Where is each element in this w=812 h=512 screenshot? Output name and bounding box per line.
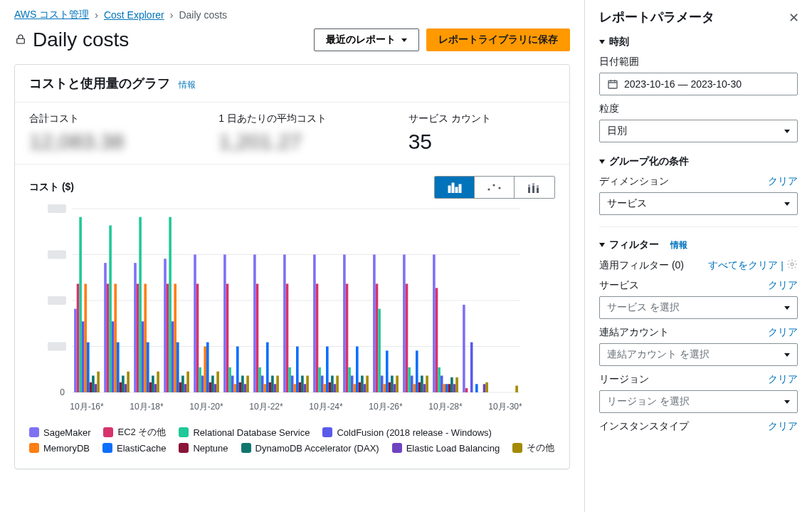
date-range-input[interactable]: 2023-10-16 — 2023-10-30 xyxy=(599,73,798,95)
cost-bar-chart: 010月-16*10月-18*10月-20*10月-22*10月-24*10月-… xyxy=(29,204,527,418)
granularity-select[interactable]: 日別 xyxy=(599,120,798,142)
clear-all-filters-link[interactable]: すべてをクリア xyxy=(708,259,778,272)
svg-rect-90 xyxy=(269,382,272,392)
card-info-link[interactable]: 情報 xyxy=(179,79,196,91)
legend-item[interactable]: ElastiCache xyxy=(102,442,166,454)
svg-rect-153 xyxy=(455,377,458,392)
chevron-down-icon xyxy=(784,400,790,404)
svg-rect-21 xyxy=(48,343,66,351)
chevron-down-icon xyxy=(784,202,790,206)
svg-point-7 xyxy=(498,187,500,189)
svg-rect-98 xyxy=(293,384,296,392)
dimension-clear-link[interactable]: クリア xyxy=(768,175,798,188)
svg-text:10月-24*: 10月-24* xyxy=(309,402,343,412)
section-groupby-header[interactable]: グループ化の条件 xyxy=(599,155,798,168)
svg-rect-143 xyxy=(426,376,428,393)
svg-rect-159 xyxy=(485,382,488,392)
svg-rect-40 xyxy=(120,382,122,392)
svg-rect-108 xyxy=(323,384,326,392)
svg-rect-114 xyxy=(343,255,346,393)
legend-item[interactable]: SageMaker xyxy=(29,426,90,439)
svg-rect-57 xyxy=(172,321,174,392)
lock-icon xyxy=(14,33,27,48)
svg-rect-158 xyxy=(483,384,486,392)
legend-item[interactable]: Relational Database Service xyxy=(179,426,310,439)
filter-account-clear-link[interactable]: クリア xyxy=(768,326,798,339)
filter-region-select[interactable]: リージョン を選択 xyxy=(599,390,798,413)
svg-rect-169 xyxy=(608,80,617,88)
legend-item[interactable]: Neptune xyxy=(179,442,228,454)
svg-rect-83 xyxy=(246,376,249,393)
svg-rect-91 xyxy=(271,376,274,393)
svg-rect-15 xyxy=(48,204,66,213)
svg-rect-82 xyxy=(244,384,247,392)
filter-instance-label: インスタンスタイプ xyxy=(599,420,689,433)
metric-avg-value: 1,201.27 xyxy=(218,130,365,154)
dimension-select[interactable]: サービス xyxy=(599,192,798,215)
filters-info-link[interactable]: 情報 xyxy=(670,239,687,251)
svg-rect-127 xyxy=(381,376,384,393)
chart-type-bar-button[interactable] xyxy=(435,177,475,198)
legend-swatch xyxy=(512,443,522,453)
svg-rect-120 xyxy=(359,382,362,392)
svg-rect-92 xyxy=(274,384,277,392)
svg-rect-123 xyxy=(366,376,369,393)
breadcrumb-root-link[interactable]: AWS コスト管理 xyxy=(14,9,89,21)
svg-rect-34 xyxy=(104,263,107,392)
close-icon[interactable]: ✕ xyxy=(789,10,799,26)
svg-rect-103 xyxy=(306,376,309,393)
svg-point-5 xyxy=(487,188,490,190)
chart-legend: SageMakerEC2 その他Relational Database Serv… xyxy=(29,426,555,454)
gear-icon[interactable] xyxy=(786,258,798,272)
legend-swatch xyxy=(102,443,112,453)
legend-item[interactable]: Elastic Load Balancing xyxy=(392,442,500,454)
svg-point-170 xyxy=(791,263,793,266)
svg-rect-160 xyxy=(515,386,518,392)
legend-item[interactable]: その他 xyxy=(512,442,554,454)
filter-region-label: リージョン xyxy=(599,373,649,386)
filter-service-clear-link[interactable]: クリア xyxy=(768,279,798,292)
svg-rect-156 xyxy=(470,343,473,392)
svg-rect-119 xyxy=(356,347,359,393)
svg-rect-29 xyxy=(87,343,90,392)
recent-reports-button[interactable]: 最近のレポート xyxy=(314,28,419,51)
legend-label: Neptune xyxy=(193,443,228,454)
save-to-library-button[interactable]: レポートライブラリに保存 xyxy=(426,28,570,51)
metric-total-value: 12,083.38 xyxy=(29,130,176,154)
svg-rect-60 xyxy=(179,382,182,392)
section-time-header[interactable]: 時刻 xyxy=(599,36,798,48)
chart-type-segmented xyxy=(434,176,555,199)
svg-rect-73 xyxy=(216,372,219,392)
filter-region-clear-link[interactable]: クリア xyxy=(768,373,798,386)
chart-type-line-button[interactable] xyxy=(475,177,515,198)
filter-service-label: サービス xyxy=(599,279,639,292)
svg-rect-65 xyxy=(196,284,199,393)
calendar-icon xyxy=(607,78,618,90)
svg-rect-63 xyxy=(186,372,189,392)
svg-rect-39 xyxy=(117,343,120,392)
legend-item[interactable]: EC2 その他 xyxy=(103,426,166,439)
cost-usage-card: コストと使用量のグラフ 情報 合計コスト 12,083.38 1 日あたりの平均… xyxy=(14,64,570,469)
filter-account-select[interactable]: 連結アカウント を選択 xyxy=(599,343,798,366)
legend-swatch xyxy=(322,427,332,437)
svg-rect-10 xyxy=(532,186,534,193)
svg-rect-115 xyxy=(346,284,349,393)
legend-item[interactable]: MemoryDB xyxy=(29,442,90,454)
svg-rect-64 xyxy=(194,255,196,393)
legend-item[interactable]: DynamoDB Accelerator (DAX) xyxy=(241,442,379,454)
dimension-value: サービス xyxy=(607,197,647,210)
svg-rect-2 xyxy=(452,183,454,193)
legend-label: ColdFusion (2018 release - Windows) xyxy=(337,427,491,438)
section-filters-header[interactable]: フィルター 情報 xyxy=(599,239,798,251)
svg-rect-107 xyxy=(321,376,324,393)
svg-rect-36 xyxy=(109,226,112,393)
svg-rect-12 xyxy=(537,188,539,193)
breadcrumb-mid-link[interactable]: Cost Explorer xyxy=(104,9,164,21)
legend-swatch xyxy=(241,443,251,453)
svg-rect-149 xyxy=(445,384,448,392)
chart-type-stacked-button[interactable] xyxy=(515,177,554,198)
filter-instance-clear-link[interactable]: クリア xyxy=(768,420,798,433)
legend-item[interactable]: ColdFusion (2018 release - Windows) xyxy=(322,426,491,439)
filter-service-select[interactable]: サービス を選択 xyxy=(599,296,798,319)
svg-rect-31 xyxy=(92,376,95,393)
